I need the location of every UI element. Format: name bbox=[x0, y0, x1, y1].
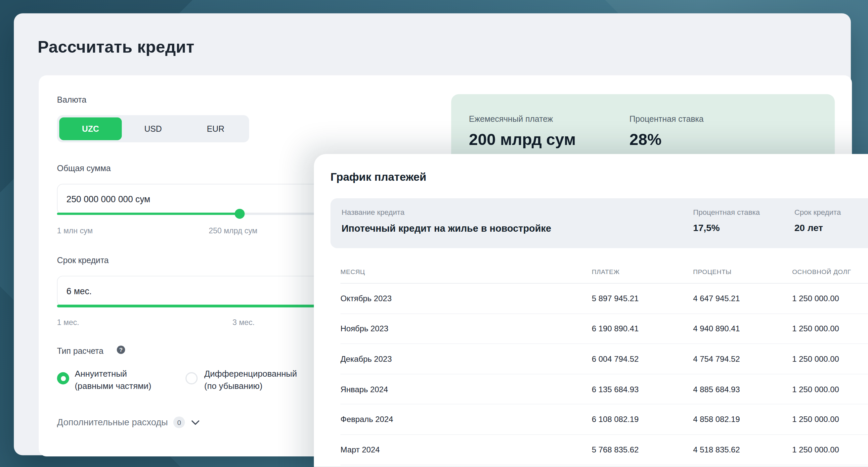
table-row: Ноябрь 20236 190 890.414 940 890.411 250… bbox=[340, 314, 868, 344]
amount-slider-thumb[interactable] bbox=[235, 209, 245, 219]
currency-option-uzc[interactable]: UZC bbox=[59, 117, 122, 140]
payment-schedule-panel: График платежей Название кредита Ипотечн… bbox=[314, 154, 868, 467]
cell-principal: 1 250 000.00 bbox=[792, 415, 839, 424]
cell-month: Январь 2024 bbox=[340, 385, 388, 393]
cell-interest: 4 754 794.52 bbox=[693, 354, 740, 363]
cell-principal: 1 250 000.00 bbox=[792, 324, 839, 333]
radio-differentiated-label: Дифференцированный (по убыванию) bbox=[205, 368, 297, 392]
cell-month: Февраль 2024 bbox=[340, 415, 393, 424]
col-payment: ПЛАТЕЖ bbox=[592, 268, 620, 275]
loan-rate-value: 17,5% bbox=[693, 223, 720, 234]
currency-option-usd[interactable]: USD bbox=[122, 117, 184, 140]
radio-annuity[interactable] bbox=[57, 372, 69, 385]
currency-label: Валюта bbox=[57, 95, 86, 104]
cell-interest: 4 518 835.62 bbox=[693, 445, 740, 454]
calc-type-label: Тип расчета bbox=[57, 346, 103, 355]
cell-interest: 4 858 082.19 bbox=[693, 415, 740, 424]
currency-segmented-control: UZC USD EUR bbox=[57, 115, 249, 142]
radio-annuity-label: Аннуитетный (равными частями) bbox=[75, 368, 152, 392]
cell-principal: 1 250 000.00 bbox=[792, 294, 839, 303]
cell-payment: 6 108 082.19 bbox=[592, 415, 639, 424]
schedule-table-header: МЕСЯЦ ПЛАТЕЖ ПРОЦЕНТЫ ОСНОВНОЙ ДОЛГ bbox=[340, 260, 868, 284]
loan-rate-label: Процентная ставка bbox=[693, 208, 760, 216]
term-label: Срок кредита bbox=[57, 255, 108, 264]
page-background: Рассчитать кредит Валюта UZC USD EUR Общ… bbox=[0, 0, 868, 467]
extra-expenses-count-badge: 0 bbox=[173, 416, 185, 428]
cell-payment: 5 897 945.21 bbox=[592, 294, 639, 303]
amount-min-label: 1 млн сум bbox=[57, 226, 93, 235]
cell-month: Март 2024 bbox=[340, 445, 380, 454]
table-row: Февраль 20246 108 082.194 858 082.191 25… bbox=[340, 404, 868, 435]
cell-payment: 6 135 684.93 bbox=[592, 385, 639, 393]
cell-month: Октябрь 2023 bbox=[340, 294, 392, 303]
schedule-table-body: Октябрь 20235 897 945.214 647 945.211 25… bbox=[340, 284, 868, 465]
cell-interest: 4 647 945.21 bbox=[693, 294, 740, 303]
col-month: МЕСЯЦ bbox=[340, 268, 365, 275]
extra-expenses-label: Дополнительные расходы bbox=[57, 417, 168, 428]
cell-month: Декабрь 2023 bbox=[340, 354, 392, 363]
amount-slider-fill bbox=[57, 213, 240, 215]
radio-annuity-label-line1: Аннуитетный bbox=[75, 368, 152, 380]
term-max-label: 3 мес. bbox=[232, 318, 255, 327]
table-row: Декабрь 20236 004 794.524 754 794.521 25… bbox=[340, 344, 868, 374]
cell-principal: 1 250 000.00 bbox=[792, 385, 839, 393]
amount-max-label: 250 млрд сум bbox=[209, 226, 257, 235]
loan-info-strip: Название кредита Ипотечный кредит на жил… bbox=[331, 198, 868, 248]
monthly-payment-label: Ежемесячный платеж bbox=[469, 114, 553, 123]
page-title: Рассчитать кредит bbox=[38, 38, 194, 57]
chevron-down-icon bbox=[190, 417, 200, 427]
cell-interest: 4 940 890.41 bbox=[693, 324, 740, 333]
radio-annuity-label-line2: (равными частями) bbox=[75, 380, 152, 392]
radio-differentiated-label-line2: (по убыванию) bbox=[205, 380, 297, 392]
extra-expenses-toggle[interactable]: Дополнительные расходы 0 bbox=[57, 416, 200, 428]
table-row: Март 20245 768 835.624 518 835.621 250 0… bbox=[340, 435, 868, 465]
cell-interest: 4 885 684.93 bbox=[693, 385, 740, 393]
schedule-table: МЕСЯЦ ПЛАТЕЖ ПРОЦЕНТЫ ОСНОВНОЙ ДОЛГ Октя… bbox=[340, 260, 868, 465]
cell-payment: 6 004 794.52 bbox=[592, 354, 639, 363]
col-principal: ОСНОВНОЙ ДОЛГ bbox=[792, 268, 851, 275]
cell-principal: 1 250 000.00 bbox=[792, 445, 839, 454]
cell-month: Ноябрь 2023 bbox=[340, 324, 389, 333]
cell-payment: 5 768 835.62 bbox=[592, 445, 639, 454]
loan-name-label: Название кредита bbox=[342, 208, 405, 216]
help-icon[interactable]: ? bbox=[117, 346, 125, 354]
interest-rate-value: 28% bbox=[629, 131, 661, 149]
loan-term-label: Срок кредита bbox=[794, 208, 841, 216]
monthly-payment-value: 200 млрд сум bbox=[469, 131, 576, 149]
amount-label: Общая сумма bbox=[57, 164, 111, 173]
cell-principal: 1 250 000.00 bbox=[792, 354, 839, 363]
table-row: Октябрь 20235 897 945.214 647 945.211 25… bbox=[340, 284, 868, 314]
col-interest: ПРОЦЕНТЫ bbox=[693, 268, 732, 275]
schedule-title: График платежей bbox=[331, 171, 426, 183]
currency-option-eur[interactable]: EUR bbox=[184, 117, 247, 140]
table-row: Январь 20246 135 684.934 885 684.931 250… bbox=[340, 374, 868, 404]
radio-differentiated-label-line1: Дифференцированный bbox=[205, 368, 297, 380]
cell-payment: 6 190 890.41 bbox=[592, 324, 639, 333]
term-min-label: 1 мес. bbox=[57, 318, 79, 327]
interest-rate-label: Процентная ставка bbox=[629, 114, 704, 123]
loan-term-value: 20 лет bbox=[794, 223, 823, 234]
radio-differentiated[interactable] bbox=[186, 372, 198, 385]
loan-name-value: Ипотечный кредит на жилье в новостройке bbox=[342, 223, 552, 234]
